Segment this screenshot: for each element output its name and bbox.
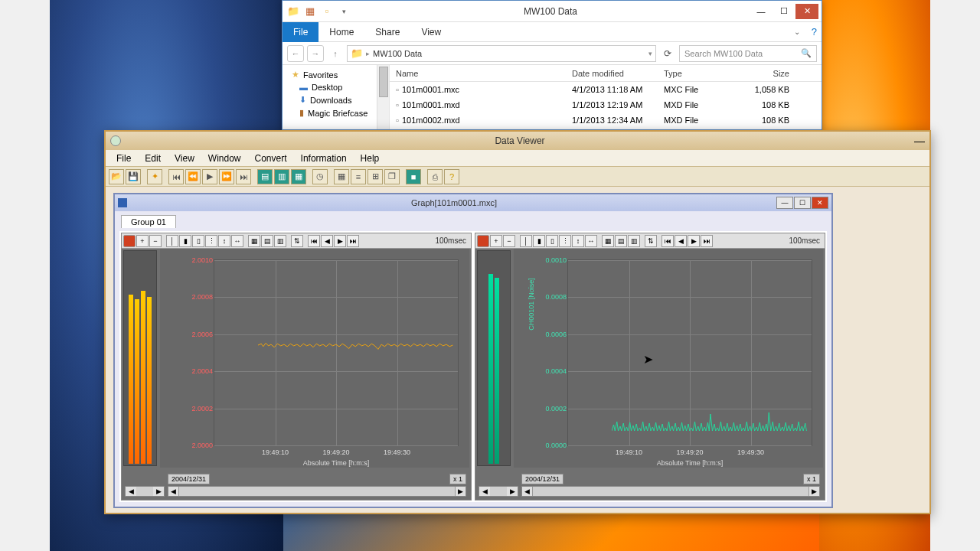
rewind-icon[interactable]: ⏪	[185, 169, 201, 184]
graph-titlebar[interactable]: Graph[101m0001.mxc] — ☐ ✕	[115, 194, 831, 211]
nav-icon[interactable]: ⏭	[701, 235, 713, 247]
search-input[interactable]: Search MW100 Data 🔍	[679, 45, 817, 62]
file-row[interactable]: ▫101m0002.mxd 1/1/2013 12:34 AM MXD File…	[390, 112, 822, 128]
ribbon-tab-file[interactable]: File	[283, 22, 318, 42]
active-tool-icon[interactable]: ■	[406, 169, 421, 184]
tool-icon[interactable]: ↔	[585, 235, 597, 247]
zoom-out-icon[interactable]: −	[149, 235, 162, 247]
view-mode-1-icon[interactable]: ▤	[257, 169, 273, 184]
nav-icon[interactable]: ▶	[688, 235, 700, 247]
tab-group01[interactable]: Group 01	[121, 215, 176, 228]
play-icon[interactable]: ▶	[202, 169, 217, 184]
graph-window[interactable]: Graph[101m0001.mxc] — ☐ ✕ Group 01 + − │…	[113, 193, 833, 508]
menu-convert[interactable]: Convert	[249, 153, 293, 164]
ribbon-collapse-icon[interactable]: ⌄	[794, 28, 800, 36]
menu-window[interactable]: Window	[202, 153, 247, 164]
grid-icon[interactable]: ▦	[248, 235, 260, 247]
qat-newfolder-icon[interactable]: ▫	[319, 4, 335, 19]
col-name[interactable]: Name	[390, 69, 566, 78]
qat-properties-icon[interactable]: ▦	[302, 4, 318, 19]
menu-view[interactable]: View	[168, 153, 201, 164]
col-size[interactable]: Size	[734, 69, 795, 78]
explorer-titlebar[interactable]: 📁 ▦ ▫ ▾ MW100 Data — ☐ ✕	[283, 1, 822, 22]
data-viewer-window[interactable]: Data Viewer — File Edit View Window Conv…	[104, 130, 931, 514]
nav-icon[interactable]: ◀	[321, 235, 333, 247]
nav-scroller[interactable]: ◀▶	[479, 486, 518, 497]
viewer-titlebar[interactable]: Data Viewer —	[106, 132, 929, 150]
tool-icon[interactable]: ▮	[533, 235, 545, 247]
cursor-icon[interactable]: │	[520, 235, 532, 247]
clock-icon[interactable]: ◷	[312, 169, 328, 184]
maximize-button[interactable]: ☐	[794, 197, 811, 209]
tree-desktop[interactable]: ▬Desktop	[283, 81, 389, 93]
yaxis-icon[interactable]: ⇅	[645, 235, 657, 247]
menu-help[interactable]: Help	[354, 153, 386, 164]
yaxis-icon[interactable]: ⇅	[291, 235, 303, 247]
help-icon[interactable]: ?	[812, 26, 817, 37]
tool-icon[interactable]: ↔	[231, 235, 243, 247]
nav-icon[interactable]: ▶	[334, 235, 346, 247]
nav-scroller[interactable]: ◀▶	[125, 486, 165, 497]
col-type[interactable]: Type	[658, 69, 734, 78]
tool-icon[interactable]: ▮	[179, 235, 191, 247]
nav-icon[interactable]: ◀	[675, 235, 687, 247]
nav-forward-button[interactable]: →	[307, 45, 324, 62]
tool-icon[interactable]: ↕	[218, 235, 230, 247]
nav-tree[interactable]: ★Favorites ▬Desktop ⬇Downloads ▮Magic Br…	[283, 65, 390, 129]
maximize-button[interactable]: ☐	[773, 4, 795, 19]
zoom-in-icon[interactable]: +	[490, 235, 502, 247]
tool-icon[interactable]: ↕	[572, 235, 584, 247]
column-headers[interactable]: Name Date modified Type Size	[390, 65, 822, 82]
forward-icon[interactable]: ⏩	[219, 169, 234, 184]
tool-icon[interactable]: ✦	[147, 169, 162, 184]
tree-magic-briefcase[interactable]: ▮Magic Briefcase	[283, 106, 389, 119]
address-bar[interactable]: 📁 ▸ MW100 Data ▾	[347, 45, 656, 62]
qat-dropdown-icon[interactable]: ▾	[336, 4, 351, 19]
grid-icon[interactable]: ▥	[274, 235, 286, 247]
cascade-icon[interactable]: ❐	[384, 169, 400, 184]
nav-icon[interactable]: ⏮	[662, 235, 674, 247]
folder-icon[interactable]: 📁	[286, 4, 301, 19]
record-icon[interactable]	[123, 235, 136, 247]
minimize-button[interactable]: —	[776, 197, 793, 209]
view-mode-3-icon[interactable]: ▦	[291, 169, 306, 184]
chevron-right-icon[interactable]: ▸	[366, 50, 370, 57]
nav-icon[interactable]: ⏭	[347, 235, 359, 247]
file-list[interactable]: Name Date modified Type Size ▫101m0001.m…	[390, 65, 822, 129]
nav-icon[interactable]: ⏮	[308, 235, 320, 247]
zoom-out-icon[interactable]: −	[503, 235, 515, 247]
grid-icon[interactable]: ▤	[261, 235, 273, 247]
graph-panel-2[interactable]: + − │ ▮ ▯ ⋮ ↕ ↔ ▦ ▤ ▥ ⇅ ⏮	[475, 233, 825, 500]
menu-edit[interactable]: Edit	[139, 153, 167, 164]
file-explorer-window[interactable]: 📁 ▦ ▫ ▾ MW100 Data — ☐ ✕ File Home Share…	[282, 0, 822, 130]
view-mode-2-icon[interactable]: ▥	[274, 169, 289, 184]
minimize-button[interactable]: —	[750, 4, 773, 19]
file-row[interactable]: ▫101m0001.mxd 1/1/2013 12:19 AM MXD File…	[390, 97, 822, 112]
save-icon[interactable]: 💾	[126, 169, 141, 184]
graph-panel-1[interactable]: + − │ ▮ ▯ ⋮ ↕ ↔ ▦ ▤ ▥ ⇅ ⏮	[121, 233, 472, 500]
zoom-in-icon[interactable]: +	[136, 235, 149, 247]
time-scrollbar[interactable]: ◀▶	[521, 486, 820, 497]
ribbon-tab-home[interactable]: Home	[318, 22, 364, 42]
plot-area[interactable]: CH00101 [Noise] 0.0010 0.0008 0.0006 0.0…	[514, 249, 823, 468]
file-row[interactable]: ▫101m0001.mxc 4/1/2013 11:18 AM MXC File…	[390, 82, 822, 97]
ribbon-tab-share[interactable]: Share	[364, 22, 410, 42]
cursor-icon[interactable]: │	[166, 235, 178, 247]
breadcrumb-segment[interactable]: MW100 Data	[373, 49, 422, 58]
tile-icon[interactable]: ⊞	[368, 169, 383, 184]
tool-icon[interactable]: ▯	[546, 235, 558, 247]
tree-downloads[interactable]: ⬇Downloads	[283, 93, 389, 106]
nav-back-button[interactable]: ←	[287, 45, 304, 62]
nav-up-button[interactable]: ↑	[327, 45, 344, 62]
print-icon[interactable]: ⎙	[427, 169, 443, 184]
scrollbar-thumb[interactable]	[379, 67, 388, 97]
tool-icon[interactable]: ▯	[192, 235, 204, 247]
tree-favorites[interactable]: ★Favorites	[283, 68, 389, 81]
menu-file[interactable]: File	[110, 153, 137, 164]
ribbon-tab-view[interactable]: View	[410, 22, 452, 42]
open-icon[interactable]: 📂	[109, 169, 124, 184]
minimize-button[interactable]: —	[914, 135, 925, 147]
tree-scrollbar[interactable]	[377, 65, 389, 129]
record-icon[interactable]	[477, 235, 489, 247]
skip-start-icon[interactable]: ⏮	[168, 169, 184, 184]
